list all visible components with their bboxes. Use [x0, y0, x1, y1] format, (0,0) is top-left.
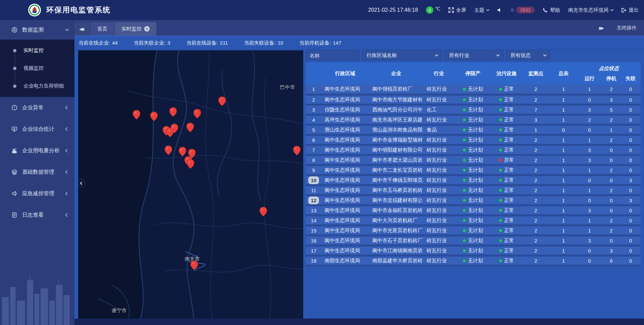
map-marker-pin[interactable] — [191, 261, 198, 270]
tab-首页[interactable]: 首页 — [91, 22, 114, 36]
chevron-down-icon — [496, 53, 500, 56]
sidebar-item-2[interactable]: 企业异常 — [0, 97, 74, 118]
table-row[interactable]: 11阆中生态环境局阆中市五马桥页岩机砖砖瓦行业无计划正常21120 — [306, 185, 641, 195]
tab-实时监控[interactable]: 实时监控× — [115, 22, 156, 36]
map-marker-pin[interactable] — [293, 146, 301, 155]
industry-select[interactable]: 所有行业 — [445, 50, 503, 60]
sound-button[interactable] — [497, 8, 502, 12]
cell-points: 3 — [522, 115, 550, 125]
cell-run: 1 — [577, 215, 602, 225]
sidebar-item-3[interactable]: 企业综合统计 — [0, 118, 74, 140]
table-row[interactable]: 6阆中生态环境局阆中市金博瑞新型墙材砖瓦行业无计划正常21120 — [306, 135, 641, 145]
cell-stop: 0 — [602, 235, 621, 246]
sidebar-item-4[interactable]: 企业用电量分析 — [0, 140, 74, 161]
sidebar-subitem[interactable]: 视频监控 — [0, 59, 74, 77]
map-marker-pin[interactable] — [133, 110, 140, 119]
cell-points: 2 — [522, 155, 550, 165]
stat-label: 当前失联设备: — [244, 40, 275, 46]
sidebar-subitem[interactable]: 实时监控 — [0, 42, 74, 59]
cell-run: 2 — [577, 115, 602, 125]
cell-stop: 2 — [602, 135, 621, 145]
tabs-scroll-right-button[interactable]: ▶▶ — [599, 25, 604, 31]
tabs-scroll-left-button[interactable]: ◀◀ — [74, 22, 90, 36]
table-row[interactable]: 10阆中生态环境局阆中市千佛镇五郎垭页岩砖瓦行业无计划正常21003 — [306, 175, 641, 185]
cell-company: 阆中市千佛镇五郎垭页岩 — [369, 175, 423, 185]
map-marker-pin[interactable] — [165, 146, 172, 155]
theme-dropdown[interactable]: 主题 — [474, 7, 489, 13]
cell-stop: 0 — [602, 175, 621, 185]
table-row[interactable]: 8阆中生态环境局阆中市枣碧大梁山页岩砖瓦行业无计划异常21300 — [306, 155, 641, 165]
map-marker-pin[interactable] — [218, 97, 226, 106]
close-operations-button[interactable]: 关闭操作 — [616, 25, 637, 31]
sidebar-item-5[interactable]: 基础数据管理 — [0, 161, 74, 183]
table-row[interactable]: 13阆中生态环境局阆中市金福旺页岩机砖砖瓦行业无计划正常21300 — [306, 205, 641, 215]
status-dot-green — [463, 98, 466, 101]
help-button[interactable]: 帮助 — [543, 7, 560, 13]
sidebar-item-6[interactable]: 应急减排管理 — [0, 183, 74, 204]
cell-facility: 异常 — [491, 155, 522, 165]
status-dot-green — [463, 209, 466, 212]
cell-index: 13 — [306, 205, 321, 215]
map-marker-pin[interactable] — [169, 107, 177, 117]
sidebar-item-7[interactable]: 日志查看 — [0, 204, 74, 226]
map-marker-pin[interactable] — [171, 124, 178, 133]
cell-company: 阆中市忠信建材有限公 — [369, 195, 423, 205]
cell-region: 阆中生态环境局 — [321, 145, 369, 155]
notification-widget[interactable]: 2632 — [510, 7, 535, 13]
cell-production: 无计划 — [454, 155, 491, 165]
logout-label: 退出 — [629, 7, 639, 13]
org-label: 南充市生态环境局 — [568, 7, 608, 13]
table-row[interactable]: 7阆中生态环境局阆中明阳建材有限公司砖瓦行业无计划正常21300 — [306, 145, 641, 155]
cell-company: 阆中强锐页岩砖厂 — [369, 85, 423, 95]
table-row[interactable]: 18南部生态环境局南部县建华大桥页岩砖砖瓦行业无计划正常21060 — [306, 256, 641, 266]
table-row[interactable]: 2阆中生态环境局阆中市南方节能建材有砖瓦行业无计划正常21030 — [306, 95, 641, 105]
table-row[interactable]: 9阆中生态环境局阆中市二龙长宝页岩砖砖瓦行业无计划正常21120 — [306, 165, 641, 175]
status-select[interactable]: 所有状态 — [506, 50, 550, 60]
table-row[interactable]: 14阆中生态环境局阆中大兴页岩机砖厂砖瓦行业无计划正常21120 — [306, 215, 641, 225]
table-row[interactable]: 4高坪生态环境局南充市高坪区王家店建砖瓦行业无计划正常31220 — [306, 115, 641, 125]
cell-lost: 0 — [621, 246, 641, 256]
map-marker-pin[interactable] — [150, 112, 158, 121]
help-label: 帮助 — [550, 7, 560, 13]
chart-icon — [11, 148, 17, 154]
table-row[interactable]: 16阆中生态环境局阆中市石子页岩机砖厂砖瓦行业无计划正常21300 — [306, 235, 641, 246]
map-panel[interactable]: 巴中市南充市遂宁市 — [78, 50, 303, 320]
org-dropdown[interactable]: 南充市生态环境局 — [568, 7, 613, 13]
chevron-down-icon — [65, 27, 69, 31]
stat-label: 当前在线企业: — [78, 40, 110, 46]
cell-lost: 0 — [621, 205, 641, 215]
name-search-input[interactable] — [306, 50, 360, 60]
map-city-label: 遂宁市 — [112, 307, 127, 314]
logout-button[interactable]: 退出 — [621, 7, 639, 13]
cell-stop: 2 — [602, 225, 621, 235]
tab-close-icon[interactable]: × — [144, 26, 150, 32]
cell-company: 阆中市石子页岩机砖厂 — [369, 235, 423, 246]
map-marker-pin[interactable] — [187, 159, 194, 169]
table-row[interactable]: 15阆中生态环境局阆中市光富页岩机砖厂砖瓦行业无计划正常21120 — [306, 225, 641, 235]
cell-points: 2 — [522, 195, 550, 205]
cell-production: 无计划 — [454, 165, 491, 175]
table-row[interactable]: 12阆中生态环境局阆中市忠信建材有限公砖瓦行业无计划正常21003 — [306, 195, 641, 205]
sidebar-subitem[interactable]: 企业电力负荷明细 — [0, 77, 74, 95]
sidebar-nav: 数据监测实时监控视频监控企业电力负荷明细企业异常企业综合统计企业用电量分析基础数… — [0, 20, 74, 226]
region-select-value: 行政区域名称 — [367, 52, 397, 59]
cell-facility: 正常 — [491, 115, 522, 125]
map-marker-pin[interactable] — [179, 147, 186, 156]
table-row[interactable]: 5营山生态环境局营山县润丰肉食品有限食品无计划正常10010 — [306, 125, 641, 135]
status-dot-green — [499, 259, 502, 262]
map-marker-pin[interactable] — [194, 109, 201, 118]
table-row[interactable]: 1阆中生态环境局阆中强锐页岩砖厂砖瓦行业无计划正常21120 — [306, 85, 641, 95]
table-row[interactable]: 3仪陇生态环境局西南油气田分公司川中化工无计划正常71350 — [306, 105, 641, 115]
map-marker-pin[interactable] — [260, 207, 267, 216]
cell-run: 0 — [577, 195, 602, 205]
monitor-icon — [11, 27, 17, 33]
col-industry: 行业 — [423, 62, 454, 85]
map-marker-pin[interactable] — [186, 123, 194, 132]
fullscreen-button[interactable]: 全屏 — [448, 7, 466, 13]
cell-region: 阆中生态环境局 — [321, 155, 369, 165]
cell-region: 阆中生态环境局 — [321, 195, 369, 205]
sidebar-item-1[interactable]: 数据监测 — [0, 20, 74, 40]
status-dot-green — [463, 219, 466, 222]
table-row[interactable]: 17阆中生态环境局阆中市江南镇阆南页岩砖瓦行业无计划正常21030 — [306, 246, 641, 256]
region-select[interactable]: 行政区域名称 — [362, 50, 442, 60]
